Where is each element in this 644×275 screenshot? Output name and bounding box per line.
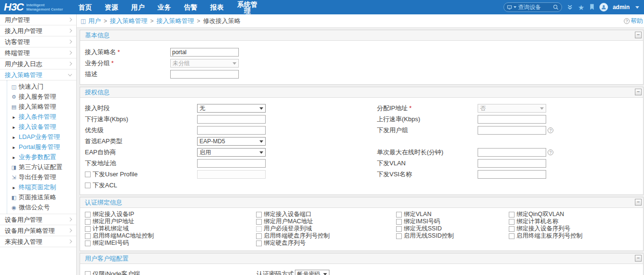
- user-menu-caret-icon[interactable]: [635, 6, 639, 9]
- nav-user[interactable]: 用户: [131, 0, 144, 14]
- sidebar-subitem-portal-service[interactable]: ▸Portal服务管理: [0, 142, 76, 152]
- enable-terminal-disk-serial-control-checkbox[interactable]: [256, 233, 262, 239]
- priority-input[interactable]: [197, 126, 266, 135]
- bind-vlan-checkbox[interactable]: [396, 212, 402, 218]
- address-pool-input[interactable]: [197, 159, 266, 168]
- nav-system[interactable]: 系统管理: [236, 0, 258, 14]
- breadcrumb-link-access-policy-mgmt-2[interactable]: 接入策略管理: [156, 17, 194, 25]
- search-input[interactable]: [518, 4, 551, 11]
- nav-home[interactable]: 首页: [78, 0, 92, 14]
- nav-report[interactable]: 报表: [210, 0, 223, 14]
- chevron-right-icon: [68, 229, 72, 232]
- chevron-right-icon: [68, 62, 72, 66]
- double-chevron-down-icon[interactable]: [567, 4, 573, 11]
- bookmark-icon[interactable]: [589, 4, 595, 11]
- chevron-right-icon: [68, 218, 72, 221]
- sidebar-subitem-wechat-official[interactable]: ◉微信公众号: [0, 202, 76, 212]
- breadcrumb-link-user[interactable]: 用户: [88, 17, 101, 25]
- bind-option: 绑定QinQ双VLAN: [509, 211, 643, 218]
- export-task-icon: ⇲: [11, 172, 17, 183]
- device-search-box[interactable]: [503, 2, 562, 12]
- help-link[interactable]: ? 帮助: [624, 17, 643, 25]
- sidebar-item-user-access-log[interactable]: 用户接入日志: [0, 58, 76, 69]
- sidebar-subitem-quick-start[interactable]: ◫快速入门: [0, 81, 76, 92]
- search-category-icon[interactable]: [507, 5, 512, 10]
- bind-wireless-ssid-checkbox[interactable]: [396, 226, 402, 232]
- collapse-button[interactable]: −: [635, 199, 642, 206]
- user-group-input[interactable]: [478, 126, 546, 135]
- sidebar-item-guest-access-management[interactable]: 来宾接入管理: [0, 236, 76, 247]
- favorite-star-icon[interactable]: ★: [578, 4, 584, 11]
- nav-service[interactable]: 业务: [157, 0, 171, 14]
- user-profile-checkbox[interactable]: [85, 172, 91, 177]
- enable-terminal-mac-control-checkbox[interactable]: [85, 233, 91, 239]
- policy-name-input[interactable]: [170, 48, 239, 57]
- collapse-button[interactable]: −: [635, 255, 642, 262]
- help-icon[interactable]: ?: [548, 127, 553, 133]
- sidebar-item-device-user-policy[interactable]: 设备用户策略管理: [0, 225, 76, 236]
- bind-user-ip-checkbox[interactable]: [85, 219, 91, 225]
- triangle-right-icon: ▸: [11, 183, 17, 193]
- bind-device-ip-checkbox[interactable]: [85, 212, 91, 218]
- sidebar-subitem-access-condition[interactable]: ▸接入条件管理: [0, 112, 76, 122]
- bind-user-mac-checkbox[interactable]: [256, 219, 262, 225]
- bind-imsi-checkbox[interactable]: [396, 219, 402, 225]
- acl-checkbox[interactable]: [85, 183, 91, 188]
- user-avatar[interactable]: [599, 3, 608, 11]
- search-category-caret-icon[interactable]: [514, 6, 516, 8]
- sidebar-subitem-ldap-service[interactable]: ▸LDAP业务管理: [0, 132, 76, 142]
- max-online-duration-input[interactable]: [478, 148, 546, 157]
- bind-disk-serial-checkbox[interactable]: [256, 241, 262, 246]
- breadcrumb-link-access-policy-mgmt[interactable]: 接入策略管理: [110, 17, 147, 25]
- bind-computer-name-checkbox[interactable]: [509, 219, 515, 225]
- vsi-name-input[interactable]: [478, 170, 546, 179]
- upstream-rate-input[interactable]: [478, 115, 546, 124]
- field-label: 下发地址池: [85, 159, 197, 168]
- description-input[interactable]: [170, 70, 239, 79]
- preferred-eap-type-select[interactable]: EAP-MD5: [197, 137, 266, 146]
- downstream-rate-input[interactable]: [197, 115, 266, 124]
- select-arrow-icon: [540, 107, 544, 110]
- sidebar-item-terminal-management[interactable]: 终端管理: [0, 47, 76, 58]
- field-label: 优先级: [85, 126, 197, 135]
- sidebar-subitem-access-policy[interactable]: ▤接入策略管理: [0, 102, 76, 112]
- select-arrow-icon: [259, 107, 263, 110]
- access-period-select[interactable]: 无: [197, 104, 266, 113]
- access-service-icon: ⚙: [11, 92, 17, 102]
- sidebar-subitem-page-push-policy[interactable]: ◧页面推送策略: [0, 192, 76, 202]
- bind-imei-checkbox[interactable]: [85, 241, 91, 246]
- help-icon[interactable]: ?: [548, 149, 553, 155]
- password-mode-select[interactable]: 帐号密码: [295, 270, 329, 275]
- sidebar-item-label: 来宾接入管理: [5, 238, 42, 245]
- sidebar-item-user-management[interactable]: 用户管理: [0, 14, 76, 25]
- sidebar-subitem-terminal-page-custom[interactable]: ▸终端页面定制: [0, 182, 76, 192]
- nav-resources[interactable]: 资源: [105, 0, 118, 14]
- sidebar-item-guest-management[interactable]: 访客管理: [0, 36, 76, 47]
- bind-device-port-checkbox[interactable]: [256, 212, 262, 218]
- collapse-button[interactable]: −: [635, 89, 642, 95]
- eap-auto-negotiate-select[interactable]: 启用: [197, 148, 266, 157]
- sidebar-item-access-policy-management[interactable]: 接入策略管理: [0, 69, 76, 80]
- enable-wireless-ssid-control-checkbox[interactable]: [396, 233, 402, 239]
- inode-only-checkbox[interactable]: [85, 271, 91, 275]
- sidebar-item-access-user-management[interactable]: 接入用户管理: [0, 25, 76, 36]
- bind-option: 绑定用户IP地址: [85, 218, 256, 225]
- collapse-button[interactable]: −: [635, 32, 642, 38]
- triangle-right-icon: ▸: [11, 142, 17, 152]
- username-label[interactable]: admin: [613, 4, 630, 11]
- search-icon[interactable]: [553, 4, 559, 10]
- sidebar-subitem-export-task[interactable]: ⇲导出任务管理: [0, 172, 76, 182]
- sidebar-subitem-access-service[interactable]: ⚙接入服务管理: [0, 92, 76, 102]
- sidebar-item-device-user-management[interactable]: 设备用户管理: [0, 214, 76, 225]
- sidebar-subitem-service-parameters[interactable]: ▸业务参数配置: [0, 152, 76, 162]
- sidebar-subitem-third-party-auth[interactable]: ◨第三方认证配置: [0, 162, 76, 172]
- nav-alarm[interactable]: 告警: [184, 0, 197, 14]
- bind-qinq-vlan-checkbox[interactable]: [509, 212, 515, 218]
- subitem-label: 接入服务管理: [19, 93, 56, 100]
- sidebar-subitem-access-device[interactable]: ▸接入设备管理: [0, 122, 76, 132]
- triangle-right-icon: ▸: [11, 122, 17, 132]
- computer-bind-domain-checkbox[interactable]: [85, 226, 91, 232]
- vlan-input[interactable]: [478, 159, 546, 168]
- enable-terminal-board-serial-control-checkbox[interactable]: [509, 233, 515, 239]
- bind-device-serial-checkbox[interactable]: [509, 226, 515, 232]
